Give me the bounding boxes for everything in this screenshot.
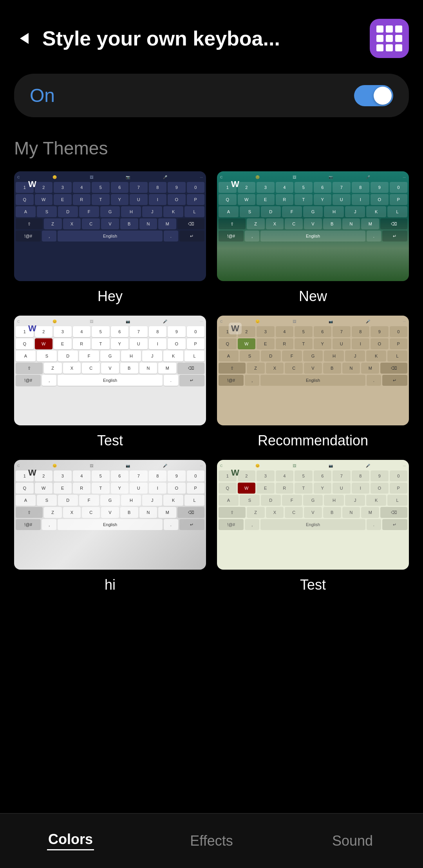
theme-preview-test1: C😊🖼📷🎤··· W 1234567890 QWERTYUIOP ASDFGHJ… [14,316,206,425]
nav-item-sound[interactable]: Sound [282,814,423,868]
theme-preview-recommendation: C😊🖼📷🎤··· W 1234567890 QWERTYUIOP ASDFGHJ… [217,316,409,425]
theme-name-recommendation: Recommendation [258,432,368,449]
theme-item-test2[interactable]: C😊🖼📷🎤··· W 1234567890 QWERTYUIOP ASDFGHJ… [217,460,409,593]
theme-name-hi: hi [105,577,116,593]
theme-preview-test2: C😊🖼📷🎤··· W 1234567890 QWERTYUIOP ASDFGHJ… [217,460,409,570]
theme-item-recommendation[interactable]: C😊🖼📷🎤··· W 1234567890 QWERTYUIOP ASDFGHJ… [217,316,409,449]
toggle-switch[interactable] [354,85,393,106]
keyboard-grid-icon [376,25,402,51]
nav-label-sound: Sound [332,833,373,849]
header: Style your own keyboa... [0,0,423,67]
nav-item-effects[interactable]: Effects [141,814,282,868]
toggle-knob [374,87,392,105]
nav-item-colors[interactable]: Colors [0,814,141,868]
app-icon-button[interactable] [370,19,409,58]
nav-label-colors: Colors [48,831,93,848]
nav-label-effects: Effects [190,833,233,849]
theme-name-new: New [299,288,327,305]
toggle-label: On [30,85,55,106]
theme-name-test2: Test [300,577,326,593]
theme-preview-hi: C😊🖼📷🎤··· W 1234567890 QWERTYUIOP ASDFGHJ… [14,460,206,570]
theme-item-hi[interactable]: C😊🖼📷🎤··· W 1234567890 QWERTYUIOP ASDFGHJ… [14,460,206,593]
theme-preview-hey: C😊🖼📷🎤··· W 1234567890 QWERTYUIOP ASDFGHJ… [14,171,206,281]
themes-grid: C😊🖼📷🎤··· W 1234567890 QWERTYUIOP ASDFGHJ… [0,171,423,606]
bottom-navigation: Colors Effects Sound [0,813,423,868]
theme-name-hey: Hey [98,288,123,305]
theme-item-test1[interactable]: C😊🖼📷🎤··· W 1234567890 QWERTYUIOP ASDFGHJ… [14,316,206,449]
theme-item-new[interactable]: C😊🖼📷🎤··· W 1234567890 QWERTYUIOP ASDFGHJ… [217,171,409,305]
page-title: Style your own keyboa... [42,27,280,50]
theme-item-hey[interactable]: C😊🖼📷🎤··· W 1234567890 QWERTYUIOP ASDFGHJ… [14,171,206,305]
back-chevron-icon [20,33,29,44]
nav-colors-inner: Colors [47,831,94,850]
back-button[interactable] [14,28,34,49]
nav-active-underline [47,849,94,850]
theme-preview-new: C😊🖼📷🎤··· W 1234567890 QWERTYUIOP ASDFGHJ… [217,171,409,281]
toggle-row[interactable]: On [14,74,409,117]
my-themes-section-title: My Themes [0,131,423,171]
header-left: Style your own keyboa... [14,27,280,50]
theme-name-test1: Test [97,432,123,449]
